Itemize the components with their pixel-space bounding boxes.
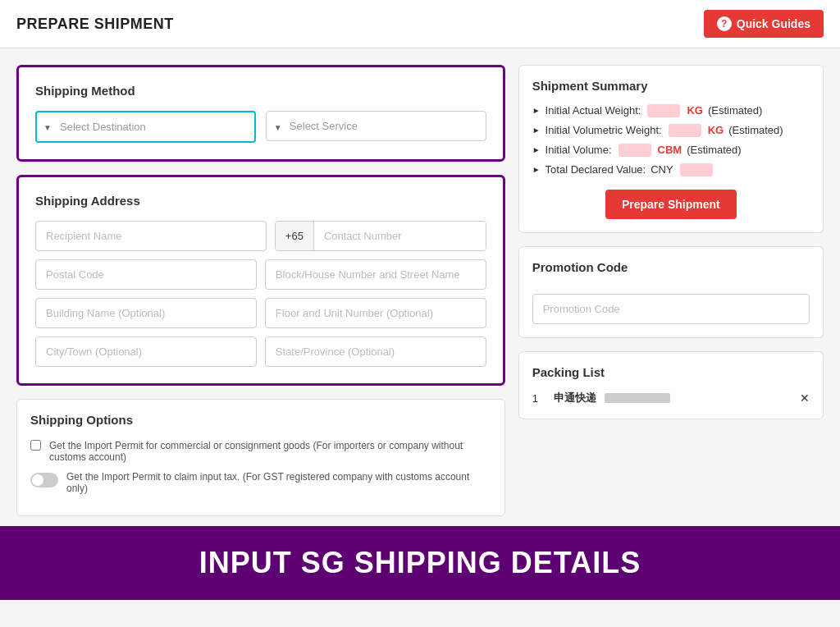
quick-guides-button[interactable]: ? Quick Guides — [704, 10, 824, 38]
vol-weight-unit: KG — [708, 124, 724, 136]
postal-input[interactable] — [35, 259, 257, 290]
phone-input[interactable] — [314, 222, 486, 250]
top-bar: PREPARE SHIPMENT ? Quick Guides — [0, 0, 840, 48]
address-row-2 — [35, 259, 486, 290]
arrow-icon-1: ► — [532, 106, 541, 115]
banner: INPUT SG SHIPPING DETAILS — [0, 526, 840, 600]
toggle-switch[interactable] — [30, 473, 58, 487]
shipping-options-title: Shipping Options — [30, 413, 491, 427]
shipping-address-title: Shipping Address — [35, 194, 486, 208]
volume-label: Initial Volume: — [546, 144, 612, 156]
promo-input[interactable] — [532, 294, 810, 324]
shipping-method-title: Shipping Method — [35, 84, 486, 98]
address-row-1: +65 — [35, 221, 486, 251]
destination-wrapper: ▼ Select Destination — [35, 111, 256, 143]
packing-list-card: Packing List 1 申通快递 ✕ — [518, 351, 824, 419]
weight-suffix: (Estimated) — [708, 104, 762, 117]
declared-value — [680, 163, 713, 176]
street-input[interactable] — [265, 259, 486, 290]
left-column: Shipping Method ▼ Select Destination ▼ S… — [16, 65, 505, 516]
phone-group: +65 — [275, 221, 486, 251]
summary-title: Shipment Summary — [532, 79, 810, 93]
shipping-address-card: Shipping Address +65 — [16, 175, 505, 386]
packing-item-name: 申通快递 — [554, 391, 596, 405]
shipping-method-card: Shipping Method ▼ Select Destination ▼ S… — [16, 65, 505, 162]
building-input[interactable] — [35, 298, 257, 328]
shipping-options-card: Shipping Options Get the Import Permit f… — [16, 399, 505, 516]
address-row-3 — [35, 298, 486, 328]
address-row-4 — [35, 336, 486, 367]
packing-remove-icon[interactable]: ✕ — [800, 391, 810, 405]
summary-volume: ► Initial Volume: CBM (Estimated) — [532, 144, 810, 157]
summary-vol-weight: ► Initial Volumetric Weight: KG (Estimat… — [532, 124, 810, 137]
packing-item-value — [605, 393, 670, 403]
weight-unit: KG — [687, 104, 703, 117]
option-checkbox-1[interactable] — [30, 440, 41, 451]
option-row-1: Get the Import Permit for commercial or … — [30, 440, 491, 463]
service-wrapper: ▼ Select Service — [266, 111, 486, 143]
weight-label: Initial Actual Weight: — [546, 104, 641, 117]
packing-list-title: Packing List — [532, 365, 810, 379]
option-row-2: Get the Import Permit to claim input tax… — [30, 471, 491, 494]
banner-text: INPUT SG SHIPPING DETAILS — [199, 546, 641, 579]
city-input[interactable] — [35, 336, 257, 367]
option-text-1: Get the Import Permit for commercial or … — [49, 440, 491, 463]
volume-unit: CBM — [658, 144, 682, 156]
question-icon: ? — [717, 16, 732, 31]
packing-list-item: 1 申通快递 ✕ — [532, 391, 810, 405]
arrow-icon-4: ► — [532, 165, 541, 174]
vol-weight-suffix: (Estimated) — [728, 124, 783, 136]
right-column: Shipment Summary ► Initial Actual Weight… — [518, 65, 824, 516]
declared-label: Total Declared Value: — [546, 163, 646, 176]
summary-weight: ► Initial Actual Weight: KG (Estimated) — [532, 104, 810, 117]
shipment-summary-card: Shipment Summary ► Initial Actual Weight… — [518, 65, 824, 233]
weight-value — [647, 104, 680, 117]
prepare-shipment-button[interactable]: Prepare Shipment — [605, 190, 737, 219]
volume-suffix: (Estimated) — [687, 144, 741, 156]
option-text-2: Get the Import Permit to claim input tax… — [66, 471, 491, 494]
service-select[interactable]: Select Service — [266, 111, 486, 141]
destination-select[interactable]: Select Destination — [35, 111, 256, 143]
packing-item-num: 1 — [532, 392, 546, 405]
main-content: Shipping Method ▼ Select Destination ▼ S… — [0, 48, 840, 533]
summary-declared: ► Total Declared Value: CNY — [532, 163, 810, 176]
vol-weight-value — [669, 124, 701, 137]
recipient-input[interactable] — [35, 221, 267, 251]
arrow-icon-3: ► — [532, 145, 541, 154]
volume-value — [619, 144, 651, 157]
promotion-title: Promotion Code — [532, 260, 810, 274]
declared-currency: CNY — [651, 163, 673, 176]
page-title: PREPARE SHIPMENT — [16, 16, 174, 33]
quick-guides-label: Quick Guides — [737, 17, 810, 30]
promotion-card: Promotion Code — [518, 246, 824, 338]
address-grid: +65 — [35, 221, 486, 367]
state-input[interactable] — [265, 336, 486, 367]
arrow-icon-2: ► — [532, 126, 541, 135]
vol-weight-label: Initial Volumetric Weight: — [546, 124, 662, 136]
floor-input[interactable] — [265, 298, 486, 328]
phone-prefix: +65 — [276, 222, 314, 250]
shipping-method-row: ▼ Select Destination ▼ Select Service — [35, 111, 486, 143]
